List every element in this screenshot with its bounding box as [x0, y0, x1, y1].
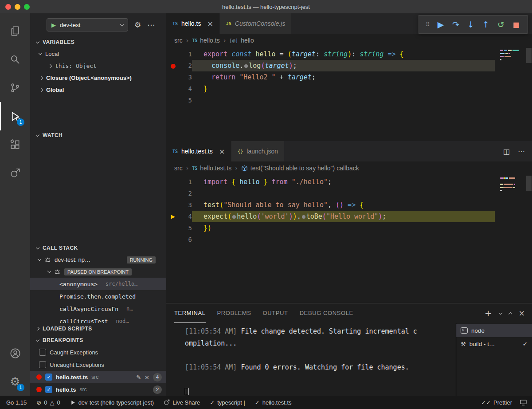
scrollbar-thumb[interactable]: [526, 176, 532, 191]
stack-frame[interactable]: callCircusTest nod…: [30, 315, 166, 323]
code-line[interactable]: ompilation...: [173, 338, 456, 350]
breadcrumb-symbol[interactable]: [@] hello: [229, 37, 254, 44]
code-line[interactable]: 5: [166, 94, 532, 106]
stack-frame[interactable]: callAsyncCircusFn n…: [30, 303, 166, 315]
section-header-variables[interactable]: VARIABLES: [30, 36, 166, 48]
breadcrumb-file[interactable]: TS hello.test.ts: [192, 165, 231, 172]
minimize-window-button[interactable]: [15, 4, 20, 10]
breadcrumb-symbol[interactable]: test("Should able to say hello") callbac…: [241, 165, 359, 172]
start-debugging-icon[interactable]: ▶: [51, 22, 56, 28]
maximize-panel-icon[interactable]: [509, 312, 512, 315]
close-panel-icon[interactable]: ×: [519, 309, 525, 318]
code-line[interactable]: [11:05:54 AM] File change detected. Star…: [173, 326, 456, 338]
code-line[interactable]: [173, 385, 456, 396]
code-line[interactable]: ●2 console.log(target);: [166, 60, 532, 71]
code-line[interactable]: [173, 374, 456, 385]
checkbox-checked[interactable]: ✓: [45, 386, 52, 393]
scope-closure[interactable]: Closure (Object.<anonymous>): [30, 72, 166, 84]
continue-button[interactable]: ▶: [433, 20, 448, 29]
status-prettier[interactable]: ✓✓ Prettier: [481, 399, 512, 406]
status-debug-target[interactable]: dev-test (hello-typescript-jest): [70, 399, 154, 406]
breakpoint-icon[interactable]: ●: [166, 60, 180, 71]
edit-breakpoint-icon[interactable]: ✎: [136, 374, 141, 381]
terminal-output[interactable]: [11:05:54 AM] File change detected. Star…: [166, 323, 456, 396]
status-live-share[interactable]: Live Share: [164, 399, 200, 406]
code-line[interactable]: 1export const hello = (target: string): …: [166, 48, 532, 60]
close-tab-icon[interactable]: ×: [219, 147, 225, 156]
screencast-icon[interactable]: [520, 400, 527, 405]
section-header-watch[interactable]: WATCH: [30, 130, 166, 141]
activity-source-control[interactable]: [0, 74, 30, 102]
stack-frame[interactable]: Promise.then.completed: [30, 290, 166, 303]
gutter[interactable]: [166, 176, 180, 188]
activity-accounts[interactable]: [0, 339, 30, 367]
code-editor-hello-test-ts[interactable]: 1import { hello } from "./hello";23test(…: [166, 175, 532, 303]
toolbar-drag-handle-icon[interactable]: ⠿: [422, 21, 433, 28]
code-line[interactable]: [11:05:54 AM] Found 0 errors. Watching f…: [173, 362, 456, 374]
tab-problems[interactable]: PROBLEMS: [217, 303, 251, 323]
breakpoint-file-hello-test[interactable]: ✓ hello.test.ts src ✎ × 4: [30, 371, 166, 383]
gutter[interactable]: [166, 199, 180, 211]
zoom-window-button[interactable]: [24, 4, 30, 10]
step-into-button[interactable]: ↓: [463, 20, 478, 29]
minimap[interactable]: [500, 50, 525, 60]
launch-config-dropdown[interactable]: ▶ dev-test: [47, 18, 128, 31]
section-header-call-stack[interactable]: CALL STACK: [30, 242, 166, 254]
code-line[interactable]: 2: [166, 188, 532, 199]
restart-button[interactable]: ↺: [493, 20, 509, 29]
code-line[interactable]: 5}): [166, 222, 532, 234]
tab-debug-console[interactable]: DEBUG CONSOLE: [300, 303, 353, 323]
code-editor-hello-ts[interactable]: 1export const hello = (target: string): …: [166, 47, 532, 141]
scrollbar-thumb[interactable]: [526, 48, 532, 63]
activity-settings[interactable]: ⚙ 1: [0, 367, 30, 396]
activity-extensions[interactable]: [0, 130, 30, 159]
tab-hello-test-ts[interactable]: TS hello.test.ts ×: [166, 141, 231, 161]
activity-run-debug[interactable]: 1: [0, 102, 30, 130]
code-area[interactable]: 1import { hello } from "./hello";23test(…: [166, 175, 532, 303]
status-problems[interactable]: ⊘ 0 △ 0: [36, 399, 60, 406]
more-actions-icon[interactable]: ⋯: [147, 20, 155, 29]
breadcrumb-folder[interactable]: src: [174, 37, 183, 44]
breakpoint-caught-exceptions[interactable]: Caught Exceptions: [30, 346, 166, 358]
checkbox-unchecked[interactable]: [39, 361, 46, 368]
stack-frame[interactable]: <anonymous> src/hello…: [30, 278, 166, 290]
gutter[interactable]: [166, 94, 180, 106]
step-out-button[interactable]: ↑: [478, 20, 493, 29]
tab-output[interactable]: OUTPUT: [263, 303, 288, 323]
close-tab-icon[interactable]: ×: [207, 20, 213, 28]
code-line[interactable]: 3 return "Hello2 " + target;: [166, 71, 532, 83]
scope-global[interactable]: Global: [30, 84, 166, 96]
status-typescript[interactable]: ✓ typescript |: [210, 399, 245, 406]
breakpoint-file-hello[interactable]: ✓ hello.ts src 2: [30, 383, 166, 396]
terminal-session-build[interactable]: ⚒ build - t… ✓: [456, 337, 532, 350]
status-active-file[interactable]: ✓ hello.test.ts: [255, 399, 292, 406]
scope-local[interactable]: Local: [30, 48, 166, 60]
stop-button[interactable]: ■: [509, 20, 524, 29]
more-actions-icon[interactable]: ⋯: [518, 147, 525, 156]
breadcrumb-file[interactable]: TS hello.ts: [192, 37, 219, 44]
gutter[interactable]: [166, 48, 180, 60]
step-over-button[interactable]: ↷: [448, 20, 463, 29]
breakpoint-uncaught-exceptions[interactable]: Uncaught Exceptions: [30, 358, 166, 371]
breadcrumb-folder[interactable]: src: [174, 165, 183, 172]
split-editor-icon[interactable]: ◫: [503, 147, 510, 156]
minimap[interactable]: [500, 177, 525, 191]
activity-live-share[interactable]: [0, 159, 30, 187]
section-header-breakpoints[interactable]: BREAKPOINTS: [30, 334, 166, 346]
gutter[interactable]: [166, 188, 180, 199]
section-header-loaded-scripts[interactable]: LOADED SCRIPTS: [30, 323, 166, 334]
remove-breakpoint-icon[interactable]: ×: [145, 374, 149, 381]
code-line[interactable]: 6: [166, 234, 532, 245]
terminal-session-node[interactable]: >_ node: [456, 324, 532, 337]
gutter[interactable]: [166, 222, 180, 234]
tab-terminal[interactable]: TERMINAL: [174, 303, 206, 323]
call-stack-thread[interactable]: PAUSED ON BREAKPOINT: [30, 266, 166, 278]
code-line[interactable]: [173, 350, 456, 362]
code-line[interactable]: 1import { hello } from "./hello";: [166, 176, 532, 188]
status-go-version[interactable]: Go 1.15: [6, 399, 27, 406]
code-line[interactable]: 4}: [166, 83, 532, 94]
close-window-button[interactable]: [5, 4, 11, 10]
code-line[interactable]: ▶4expect(hello('world')).toBe("Hello wor…: [166, 211, 532, 222]
activity-explorer[interactable]: [0, 17, 30, 45]
tab-launch-json[interactable]: {} launch.json: [231, 141, 285, 161]
